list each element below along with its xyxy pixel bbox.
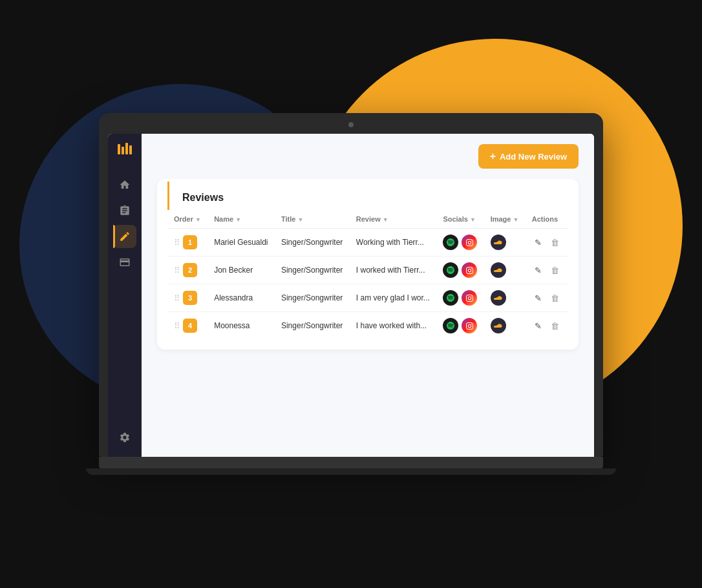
edit-button-1[interactable]: ✎ [532,264,544,277]
cell-review-2: I am very glad I wor... [350,284,437,312]
instagram-icon-1[interactable] [462,262,477,278]
table-body: ⠿ 1 Mariel Gesualdi Singer/Songwriter Wo… [167,229,568,340]
sidebar [108,134,142,457]
table-row: ⠿ 3 Alessandra Singer/Songwriter I am ve… [167,284,568,312]
sort-arrow-socials: ▼ [470,216,476,223]
svg-rect-3 [129,145,132,154]
col-socials: Socials ▼ [436,210,484,229]
cell-socials-3 [436,312,484,340]
delete-button-1[interactable]: 🗑 [548,264,562,277]
cell-socials-2 [436,284,484,312]
sidebar-item-settings[interactable] [113,426,136,449]
scene: + Add New Review Reviews Orde [0,0,702,588]
content-header: + Add New Review [142,134,594,179]
table-row: ⠿ 2 Jon Becker Singer/Songwriter I worke… [167,257,568,284]
col-name: Name ▼ [207,210,275,229]
cell-actions-2: ✎ 🗑 [526,284,568,312]
sidebar-item-card[interactable] [113,251,136,274]
plus-icon: + [490,151,496,162]
instagram-icon-2[interactable] [462,290,477,306]
sidebar-nav [113,173,136,421]
sort-arrow-title: ▼ [297,216,303,223]
cell-review-1: I worked with Tierr... [350,257,437,284]
sort-arrow-name: ▼ [235,216,241,223]
table-wrapper: Order ▼ Name ▼ Title ▼ Review ▼ Socials … [157,210,579,350]
laptop-bottom [86,468,616,475]
laptop-screen-outer: + Add New Review Reviews Orde [99,113,603,457]
reviews-table: Order ▼ Name ▼ Title ▼ Review ▼ Socials … [167,210,568,339]
order-badge-2: 3 [183,291,197,305]
drag-handle-2[interactable]: ⠿ [174,293,179,303]
sort-arrow-review: ▼ [383,216,388,223]
col-review: Review ▼ [350,210,437,229]
order-badge-1: 2 [183,263,197,277]
col-title: Title ▼ [275,210,350,229]
sidebar-item-clipboard[interactable] [113,199,136,222]
svg-rect-1 [122,147,124,154]
sort-arrow-order: ▼ [195,216,201,223]
laptop: + Add New Review Reviews Orde [99,113,603,475]
delete-button-0[interactable]: 🗑 [548,236,562,249]
sidebar-item-edit[interactable] [113,225,136,248]
cell-actions-0: ✎ 🗑 [526,229,568,257]
soundcloud-icon-2[interactable] [491,290,506,306]
sidebar-bottom [113,426,136,449]
spotify-icon-3[interactable] [443,318,458,333]
add-button-label: Add New Review [500,152,567,162]
cell-name-2: Alessandra [207,284,275,312]
content-body: Reviews Order ▼ Name ▼ Title ▼ Review ▼ [142,179,594,457]
delete-button-3[interactable]: 🗑 [548,320,562,332]
laptop-screen: + Add New Review Reviews Orde [108,134,594,457]
cell-image-1 [484,257,526,284]
drag-handle-1[interactable]: ⠿ [174,266,179,275]
cell-name-0: Mariel Gesualdi [207,229,275,257]
cell-drag-order-1: ⠿ 2 [167,257,207,284]
drag-handle-3[interactable]: ⠿ [174,321,179,331]
cell-actions-1: ✎ 🗑 [526,257,568,284]
cell-title-1: Singer/Songwriter [275,257,350,284]
cell-image-2 [484,284,526,312]
delete-button-2[interactable]: 🗑 [548,292,562,304]
cell-image-3 [484,312,526,340]
drag-handle-0[interactable]: ⠿ [174,238,179,247]
svg-rect-0 [118,144,120,154]
edit-button-3[interactable]: ✎ [532,320,544,332]
soundcloud-icon-0[interactable] [491,235,506,250]
cell-title-2: Singer/Songwriter [275,284,350,312]
spotify-icon-0[interactable] [443,235,458,250]
edit-button-0[interactable]: ✎ [532,236,544,249]
cell-name-1: Jon Becker [207,257,275,284]
instagram-icon-0[interactable] [462,235,477,250]
active-indicator [113,225,115,248]
add-new-review-button[interactable]: + Add New Review [478,144,579,169]
reviews-card: Reviews Order ▼ Name ▼ Title ▼ Review ▼ [157,179,579,350]
sidebar-item-home[interactable] [113,173,136,196]
cell-socials-0 [436,229,484,257]
cell-title-0: Singer/Songwriter [275,229,350,257]
soundcloud-icon-3[interactable] [491,318,506,333]
cell-review-3: I have worked with... [350,312,437,340]
col-order: Order ▼ [167,210,207,229]
spotify-icon-1[interactable] [443,262,458,278]
soundcloud-icon-1[interactable] [491,262,506,278]
cell-actions-3: ✎ 🗑 [526,312,568,340]
table-row: ⠿ 4 Moonessa Singer/Songwriter I have wo… [167,312,568,340]
laptop-base [99,457,603,468]
edit-button-2[interactable]: ✎ [532,292,544,304]
cell-socials-1 [436,257,484,284]
cell-image-0 [484,229,526,257]
main-content: + Add New Review Reviews Orde [142,134,594,457]
col-image: Image ▼ [484,210,526,229]
table-header: Order ▼ Name ▼ Title ▼ Review ▼ Socials … [167,210,568,229]
laptop-camera [348,122,354,127]
sort-arrow-image: ▼ [513,216,519,223]
svg-rect-2 [125,143,128,154]
cell-drag-order-0: ⠿ 1 [167,229,207,257]
logo-icon [118,142,132,158]
table-row: ⠿ 1 Mariel Gesualdi Singer/Songwriter Wo… [167,229,568,257]
col-actions: Actions [526,210,568,229]
sidebar-logo [118,142,132,158]
spotify-icon-2[interactable] [443,290,458,306]
instagram-icon-3[interactable] [462,318,477,333]
reviews-title: Reviews [167,182,579,210]
